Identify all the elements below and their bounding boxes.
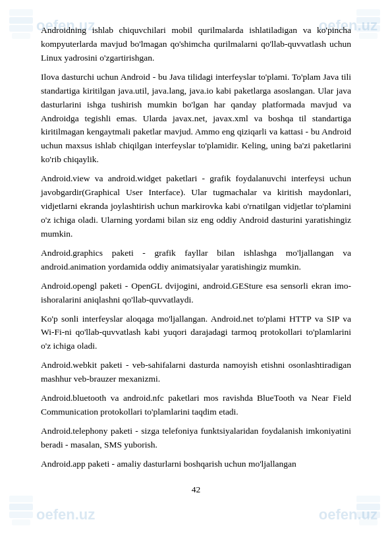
page: Androidning ishlab chiquvchilari mobil q… (0, 0, 392, 555)
paragraph-2: Ilova dasturchi uchun Android - bu Java … (41, 71, 351, 167)
page-content: Androidning ishlab chiquvchilari mobil q… (41, 24, 351, 497)
paragraph-4: Android.graphics paketi - grafik fayllar… (41, 247, 351, 274)
paragraph-10: Android.app paketi - amaliy dasturlarni … (41, 457, 351, 471)
paragraph-1: Androidning ishlab chiquvchilari mobil q… (41, 24, 351, 65)
paragraph-5: Android.opengl paketi - OpenGL dvijogini… (41, 279, 351, 307)
paragraph-3: Android.view va android.widget paketlari… (41, 172, 351, 241)
page-number: 42 (41, 483, 351, 497)
paragraph-7: Android.webkit paketi - veb-sahifalarni … (41, 359, 351, 386)
paragraph-6: Ko'p sonli interfeyslar aloqaga mo'ljall… (41, 312, 351, 354)
paragraph-8: Android.bluetooth va android.nfc paketla… (41, 392, 351, 419)
paragraph-9: Android.telephony paketi - sizga telefon… (41, 424, 351, 452)
